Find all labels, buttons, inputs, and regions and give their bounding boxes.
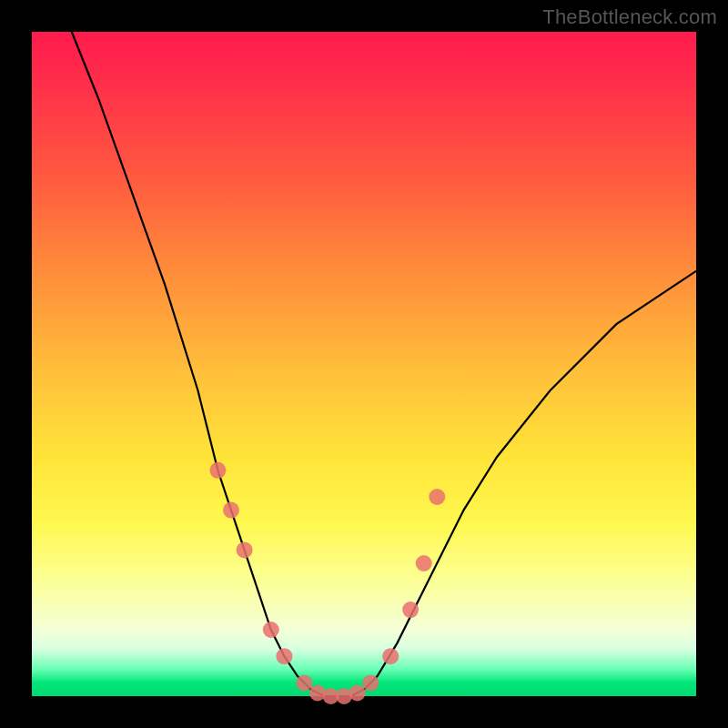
chart-frame: TheBottleneck.com — [0, 0, 728, 728]
highlight-dot — [296, 674, 312, 691]
highlight-dot — [429, 489, 445, 505]
highlight-dot — [276, 648, 292, 664]
highlight-dot — [382, 648, 399, 664]
highlight-dot — [237, 541, 253, 558]
highlight-dot — [349, 684, 366, 701]
highlight-dot — [263, 622, 279, 638]
highlight-dot — [402, 602, 419, 618]
highlight-dot — [223, 502, 239, 519]
attribution-text: TheBottleneck.com — [542, 5, 717, 29]
plot-area — [32, 32, 696, 696]
highlight-markers — [209, 462, 445, 704]
highlight-dot — [209, 462, 226, 479]
highlight-dot — [362, 674, 379, 691]
bottleneck-curve — [72, 32, 696, 696]
curve-layer — [32, 32, 696, 696]
highlight-dot — [416, 555, 432, 571]
